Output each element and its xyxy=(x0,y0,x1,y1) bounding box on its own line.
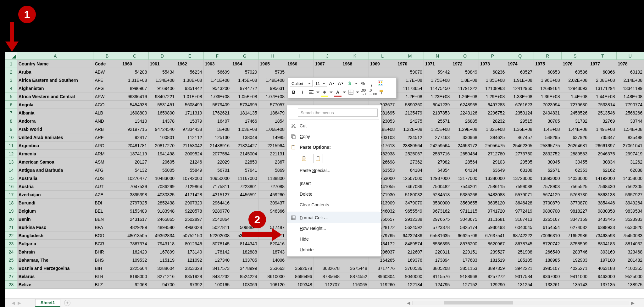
data-cell[interactable]: 50752150 xyxy=(176,232,204,240)
data-cell[interactable]: 60366 xyxy=(589,68,617,76)
data-cell[interactable]: 2009524 xyxy=(176,150,204,158)
row-header[interactable]: 11 xyxy=(5,142,17,150)
data-cell[interactable]: 1659800 xyxy=(148,109,176,117)
data-cell[interactable]: 52202008 xyxy=(204,232,231,240)
fill-color-icon[interactable] xyxy=(321,88,328,96)
data-cell[interactable]: AZE xyxy=(93,191,121,199)
data-cell[interactable]: 9839534 xyxy=(616,207,644,215)
data-cell[interactable]: 12507000 xyxy=(396,174,424,182)
decrease-font-icon[interactable]: A▼ xyxy=(337,80,345,87)
data-cell[interactable]: 14358000 xyxy=(616,174,644,182)
data-cell[interactable]: 22029 xyxy=(204,158,231,166)
data-cell[interactable]: 1711319 xyxy=(176,109,204,117)
data-cell[interactable]: 94724540 xyxy=(148,125,176,133)
data-cell[interactable]: 182888 xyxy=(231,248,259,256)
data-cell[interactable]: 2946375 xyxy=(589,150,617,158)
data-cell[interactable]: 353663 xyxy=(259,264,286,272)
data-cell[interactable]: 7533814 xyxy=(589,101,617,109)
data-cell[interactable]: 11475450 xyxy=(424,84,452,92)
data-cell[interactable]: 116065 xyxy=(341,281,369,289)
row-header[interactable]: 8 xyxy=(5,117,17,125)
data-cell[interactable]: 8696496 xyxy=(286,272,314,281)
data-cell[interactable]: 64354 xyxy=(424,166,452,174)
data-cell[interactable]: 234512 xyxy=(396,133,424,142)
data-cell[interactable]: 2296752 xyxy=(479,109,507,117)
sheet-tab-active[interactable]: Sheet1 xyxy=(35,299,60,307)
data-cell[interactable]: 1.41E+08 xyxy=(204,76,231,84)
data-cell[interactable]: 8536395 xyxy=(424,240,452,248)
data-cell[interactable]: 303169 xyxy=(589,248,617,256)
bold-icon[interactable]: B xyxy=(290,88,297,96)
data-cell[interactable]: 10742000 xyxy=(176,174,204,182)
data-cell[interactable]: 169376 xyxy=(396,256,424,264)
menu-row-height[interactable]: Row Height... xyxy=(287,223,381,234)
data-cell[interactable]: 9463000 xyxy=(589,272,617,281)
data-cell[interactable]: 70066310 xyxy=(534,232,562,240)
data-cell[interactable]: 8437232 xyxy=(204,272,231,281)
header-cell[interactable]: Code xyxy=(93,60,121,68)
data-cell[interactable]: 9744772 xyxy=(231,84,259,92)
data-cell[interactable]: Andorra xyxy=(17,117,94,125)
row-header[interactable]: 9 xyxy=(5,125,17,133)
data-cell[interactable]: 2.02E+08 xyxy=(561,76,589,84)
column-header[interactable]: M xyxy=(396,52,424,59)
data-cell[interactable]: 330968 xyxy=(451,133,479,142)
data-cell[interactable]: 138975 xyxy=(616,281,644,289)
data-cell[interactable]: Bahamas, The xyxy=(17,256,94,264)
row-header[interactable]: 10 xyxy=(5,133,17,142)
data-cell[interactable]: Australia xyxy=(17,174,94,182)
data-cell[interactable]: 9543200 xyxy=(204,84,231,92)
data-cell[interactable]: 3530000 xyxy=(424,199,452,207)
data-cell[interactable]: Bulgaria xyxy=(17,240,94,248)
data-cell[interactable]: 8804183 xyxy=(589,240,617,248)
data-cell[interactable]: 8351928 xyxy=(176,272,204,281)
data-cell[interactable]: 212607 xyxy=(396,248,424,256)
data-cell[interactable]: 1.44E+08 xyxy=(561,125,589,133)
header-cell[interactable]: Country Name xyxy=(17,60,94,68)
data-cell[interactable]: 8620967 xyxy=(479,240,507,248)
row-header[interactable]: 5 xyxy=(5,92,17,101)
data-cell[interactable]: 29103 xyxy=(479,158,507,166)
row-header[interactable]: 19 xyxy=(5,207,17,215)
data-cell[interactable]: 9772419 xyxy=(506,207,534,215)
increase-decimal-icon[interactable]: .00→.0 xyxy=(360,88,368,96)
data-cell[interactable]: 7562305 xyxy=(616,182,644,191)
data-cell[interactable]: 20605 xyxy=(148,158,176,166)
data-cell[interactable]: 3949264 xyxy=(616,199,644,207)
data-cell[interactable]: ABW xyxy=(93,68,121,76)
row-header[interactable]: 1 xyxy=(5,60,17,68)
data-cell[interactable]: 3265167 xyxy=(534,215,562,223)
data-cell[interactable]: 4030325 xyxy=(148,191,176,199)
data-cell[interactable]: 1.31E+08 xyxy=(121,76,149,84)
data-cell[interactable]: 995631 xyxy=(259,84,286,92)
data-cell[interactable]: 112707 xyxy=(314,281,341,289)
data-cell[interactable]: 735347 xyxy=(589,133,617,142)
data-cell[interactable]: 2077584 xyxy=(204,150,231,158)
data-cell[interactable]: 9655549 xyxy=(396,207,424,215)
data-cell[interactable]: Africa Western and Central xyxy=(17,92,94,101)
data-cell[interactable]: 64134 xyxy=(451,166,479,174)
data-cell[interactable]: 1.32E+08 xyxy=(479,125,507,133)
data-cell[interactable]: 62162 xyxy=(589,166,617,174)
data-cell[interactable]: 3288604 xyxy=(148,264,176,272)
data-cell[interactable]: 1.44E+08 xyxy=(589,92,617,101)
font-color-icon[interactable]: A xyxy=(334,88,341,96)
data-cell[interactable]: 9257272 xyxy=(479,272,507,281)
data-cell[interactable]: 2797925 xyxy=(121,199,149,207)
menu-format-cells[interactable]: Format Cells... xyxy=(287,212,381,223)
data-cell[interactable]: 1.48E+08 xyxy=(616,92,644,101)
data-cell[interactable]: 1854 xyxy=(259,117,286,125)
data-cell[interactable]: 5863138 xyxy=(589,191,617,199)
data-cell[interactable]: Belize xyxy=(17,281,94,289)
row-header[interactable]: 4 xyxy=(5,84,17,92)
data-cell[interactable]: 2912338 xyxy=(396,215,424,223)
column-header[interactable]: D xyxy=(149,52,176,59)
data-cell[interactable]: 109532 xyxy=(121,256,149,264)
data-cell[interactable]: 13893000 xyxy=(534,174,562,182)
data-cell[interactable]: Albania xyxy=(17,109,94,117)
data-cell[interactable]: BLZ xyxy=(93,281,121,289)
conditional-format-icon[interactable] xyxy=(377,80,384,87)
data-cell[interactable]: 1E+08 xyxy=(204,125,231,133)
row-header[interactable]: 16 xyxy=(5,182,17,191)
data-cell[interactable]: ALB xyxy=(93,109,121,117)
